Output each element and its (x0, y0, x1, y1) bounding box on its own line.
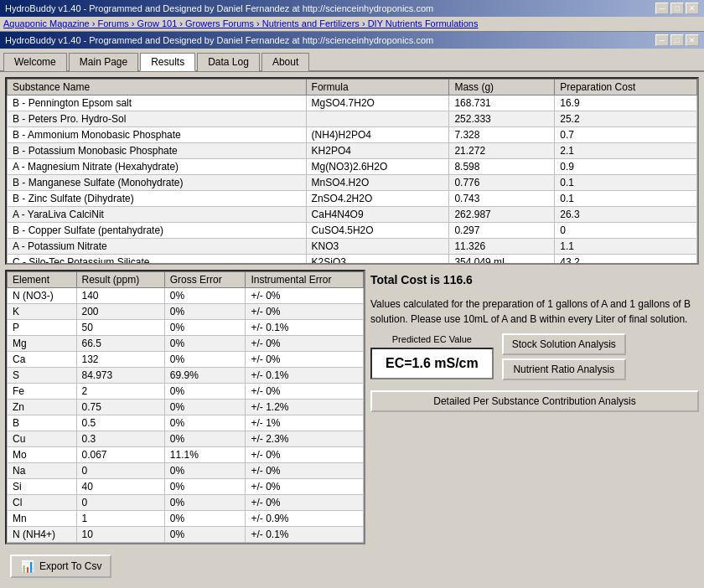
col-header-cost: Preparation Cost (555, 80, 697, 95)
table-row: B - Peters Pro. Hydro-Sol252.33325.2 (8, 111, 697, 127)
table-row: A - Potassium NitrateKNO311.3261.1 (8, 239, 697, 255)
table-cell: Si (8, 479, 77, 495)
table-cell: +/- 1.2% (246, 400, 364, 415)
table-cell: 16.9 (555, 95, 697, 111)
table-cell: 0.75 (76, 400, 164, 415)
table-cell: 50 (76, 320, 164, 336)
app-minimize-btn[interactable]: ─ (655, 34, 669, 46)
app-close-btn[interactable]: ✕ (686, 34, 699, 46)
table-cell: +/- 0.1% (246, 320, 364, 336)
table-cell: 7.328 (449, 127, 555, 143)
table-cell: S (8, 368, 77, 384)
export-icon: 📊 (20, 560, 34, 573)
tab-main-page[interactable]: Main Page (69, 53, 138, 71)
table-cell: B - Manganese Sulfate (Monohydrate) (8, 175, 307, 191)
table-cell: 168.731 (449, 95, 555, 111)
table-cell: 0% (164, 511, 246, 527)
table-cell: 2.1 (555, 143, 697, 159)
table-row: N (NO3-)1400%+/- 0% (8, 288, 364, 304)
table-cell: 66.5 (76, 336, 164, 352)
table-row: A - YaraLiva CalciNitCaH4N4O9262.98726.3 (8, 207, 697, 223)
table-cell: Cu (8, 431, 77, 447)
table-cell: 0.776 (449, 175, 555, 191)
col-header-element: Element (8, 272, 77, 288)
table-cell: 2 (76, 384, 164, 400)
table-cell: 11.326 (449, 239, 555, 255)
table-cell: P (8, 320, 77, 336)
table-cell (306, 111, 449, 127)
table-cell: +/- 0% (246, 336, 364, 352)
table-cell: MnSO4.H2O (306, 175, 449, 191)
table-cell: 0% (164, 415, 246, 431)
app-title-bar: HydroBuddy v1.40 - Programmed and Design… (0, 32, 704, 49)
ec-predicted-label: Predicted EC Value EC=1.6 mS/cm (370, 334, 494, 379)
table-row: P500%+/- 0.1% (8, 320, 364, 336)
table-cell: +/- 0.9% (246, 511, 364, 527)
table-cell: B - Pennington Epsom salt (8, 95, 307, 111)
export-csv-button[interactable]: 📊 Export To Csv (10, 554, 111, 578)
table-row: B - Copper Sulfate (pentahydrate)CuSO4.5… (8, 223, 697, 239)
detailed-per-substance-button[interactable]: Detailed Per Substance Contribution Anal… (370, 390, 699, 412)
table-row: Na00%+/- 0% (8, 463, 364, 479)
table-cell: 69.9% (164, 368, 246, 384)
app-maximize-btn[interactable]: □ (670, 34, 684, 46)
table-cell: 252.333 (449, 111, 555, 127)
table-cell: 8.598 (449, 159, 555, 175)
table-cell: K (8, 304, 77, 320)
element-table: Element Result (ppm) Gross Error Instrum… (7, 271, 364, 543)
table-cell: 262.987 (449, 207, 555, 223)
table-cell: Zn (8, 400, 77, 415)
right-panel: Total Cost is 116.6 Values calculated fo… (370, 270, 699, 544)
table-cell: 0% (164, 495, 246, 511)
predicted-ec-text: Predicted EC Value (370, 334, 494, 344)
tab-results[interactable]: Results (140, 53, 195, 71)
col-header-gross-error: Gross Error (164, 272, 246, 288)
table-cell: +/- 0% (246, 447, 364, 463)
table-cell: Mo (8, 447, 77, 463)
table-cell: B (8, 415, 77, 431)
table-row: Mo0.06711.1%+/- 0% (8, 447, 364, 463)
table-cell: CaH4N4O9 (306, 207, 449, 223)
table-cell: Mg(NO3)2.6H2O (306, 159, 449, 175)
table-row: C - Silo-Tec Potassium SilicateK2SiO3354… (8, 255, 697, 266)
table-cell: C - Silo-Tec Potassium Silicate (8, 255, 307, 266)
table-row: S84.97369.9%+/- 0.1% (8, 368, 364, 384)
table-cell: 1 (76, 511, 164, 527)
browser-minimize-btn[interactable]: ─ (655, 3, 669, 14)
table-cell: KNO3 (306, 239, 449, 255)
stock-solution-analysis-button[interactable]: Stock Solution Analysis (502, 333, 626, 355)
table-row: K2000%+/- 0% (8, 304, 364, 320)
table-cell: 0 (76, 463, 164, 479)
table-cell: 0% (164, 288, 246, 304)
browser-title-bar: HydroBuddy v1.40 - Programmed and Design… (0, 0, 704, 17)
table-cell: +/- 0% (246, 384, 364, 400)
nutrient-ratio-analysis-button[interactable]: Nutrient Ratio Analysis (502, 358, 626, 380)
app-title-text: HydroBuddy v1.40 - Programmed and Design… (5, 35, 433, 45)
tab-about[interactable]: About (261, 53, 309, 71)
table-cell: 0 (555, 223, 697, 239)
table-cell: 0% (164, 431, 246, 447)
substances-table-container[interactable]: Substance Name Formula Mass (g) Preparat… (5, 77, 699, 265)
table-cell: 0% (164, 479, 246, 495)
table-row: N (NH4+)100%+/- 0.1% (8, 527, 364, 543)
table-cell: 0% (164, 463, 246, 479)
table-cell: 0.1 (555, 175, 697, 191)
table-row: Si400%+/- 0% (8, 479, 364, 495)
table-row: B - Manganese Sulfate (Monohydrate)MnSO4… (8, 175, 697, 191)
table-cell: 84.973 (76, 368, 164, 384)
browser-close-btn[interactable]: ✕ (686, 3, 699, 14)
table-cell: Cl (8, 495, 77, 511)
table-cell: 0 (76, 495, 164, 511)
table-cell: MgSO4.7H2O (306, 95, 449, 111)
breadcrumb-text: Aquaponic Magazine › Forums › Grow 101 ›… (3, 18, 478, 28)
col-header-formula: Formula (306, 80, 449, 95)
table-cell: 21.272 (449, 143, 555, 159)
browser-maximize-btn[interactable]: □ (670, 3, 684, 14)
tab-data-log[interactable]: Data Log (197, 53, 260, 71)
tab-welcome[interactable]: Welcome (3, 53, 67, 71)
table-cell: Mg (8, 336, 77, 352)
table-cell: 10 (76, 527, 164, 543)
table-row: Cl00%+/- 0% (8, 495, 364, 511)
table-cell: +/- 0.1% (246, 527, 364, 543)
table-cell: +/- 2.3% (246, 431, 364, 447)
